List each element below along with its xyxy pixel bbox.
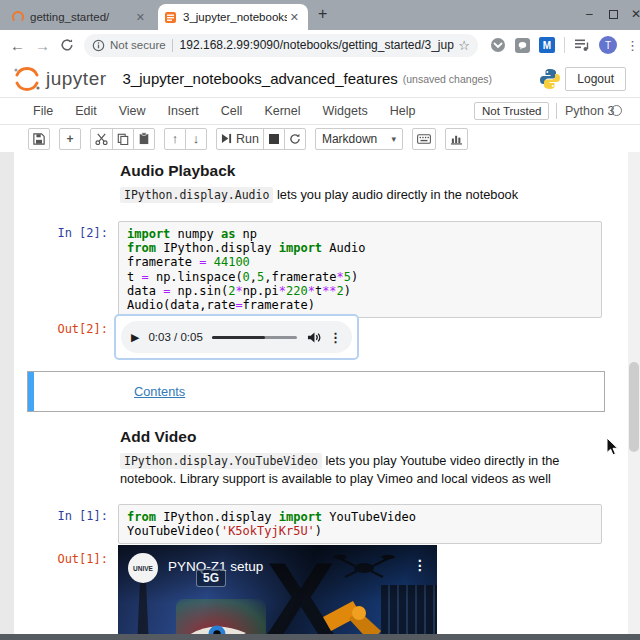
audio-progress-fill — [212, 336, 265, 339]
kernel-name: Python 3 — [565, 104, 614, 118]
security-label: Not secure — [110, 39, 166, 51]
cell-type-value: Markdown — [322, 132, 377, 146]
forward-icon[interactable]: → — [35, 37, 50, 54]
output-prompt: Out[1]: — [14, 552, 108, 566]
menu-cell[interactable]: Cell — [210, 104, 254, 118]
tab-title: getting_started/ — [30, 11, 133, 23]
new-tab-button[interactable]: + — [318, 5, 327, 23]
bookmark-star-icon[interactable]: ☆ — [458, 38, 470, 53]
omnibox[interactable]: Not secure 192.168.2.99:9090/notebooks/g… — [84, 34, 478, 57]
notebook-menubar: File Edit View Insert Cell Kernel Widget… — [0, 98, 640, 125]
thumbnail-top-shade — [118, 545, 437, 603]
browser-address-bar: ← → Not secure 192.168.2.99:9090/noteboo… — [0, 30, 640, 60]
window-minimize-button[interactable]: – — [586, 7, 593, 21]
back-icon[interactable]: ← — [10, 37, 25, 54]
tab-notebook-active[interactable]: 3_jupyter_notebooks_advanced ✕ — [158, 4, 308, 30]
audio-menu-icon[interactable]: ⋮ — [329, 330, 342, 345]
jupyter-spinner-icon — [12, 11, 24, 23]
logout-button[interactable]: Logout — [565, 67, 626, 91]
save-button[interactable] — [28, 128, 50, 150]
output-prompt: Out[2]: — [14, 322, 108, 336]
menu-widgets[interactable]: Widgets — [312, 104, 379, 118]
window-maximize-button[interactable] — [609, 10, 618, 19]
add-video-heading: Add Video — [120, 428, 196, 446]
video-menu-icon[interactable]: ⋮ — [413, 557, 427, 573]
chart-tool-button[interactable] — [445, 128, 468, 150]
move-cell-down-button[interactable]: ↓ — [185, 128, 207, 150]
paste-cells-button[interactable] — [133, 128, 155, 150]
command-palette-button[interactable] — [412, 128, 436, 150]
pocket-icon[interactable] — [490, 37, 506, 53]
copy-icon — [117, 133, 129, 145]
menu-file[interactable]: File — [22, 104, 64, 118]
move-cell-up-button[interactable]: ↑ — [164, 128, 186, 150]
tab-close-icon[interactable]: ✕ — [133, 11, 148, 24]
selected-markdown-cell[interactable]: Contents — [27, 371, 605, 412]
interrupt-kernel-button[interactable] — [263, 128, 285, 150]
5g-badge: 5G — [196, 569, 226, 587]
channel-avatar[interactable]: UNIVE — [128, 553, 158, 583]
down-arrow-icon: ↓ — [193, 131, 200, 146]
tab-close-icon[interactable]: ✕ — [287, 11, 302, 24]
audio-progress-track[interactable] — [212, 336, 297, 339]
url-text[interactable]: 192.168.2.99:9090/notebooks/getting_star… — [180, 38, 455, 52]
chevron-down-icon: ▾ — [391, 134, 396, 144]
restart-kernel-button[interactable] — [284, 128, 306, 150]
youtube-video-embed[interactable]: X UNIVE PYNQ-Z1 setup ⋮ 5G — [118, 545, 437, 634]
audio-description: IPython.display.Audio lets you play audi… — [120, 186, 600, 204]
cell-type-dropdown[interactable]: Markdown ▾ — [315, 128, 403, 150]
browser-menu-icon[interactable]: ⋮ — [626, 38, 639, 53]
inline-code: IPython.display.YouTubeVideo — [120, 453, 322, 469]
m-extension-icon[interactable]: M — [539, 37, 555, 53]
run-label: Run — [236, 132, 259, 146]
cut-cell-button[interactable] — [90, 128, 113, 150]
profile-avatar[interactable]: T — [599, 36, 617, 54]
page-scrollbar[interactable] — [628, 152, 640, 634]
menu-help[interactable]: Help — [379, 104, 427, 118]
selected-cell-indicator — [28, 372, 34, 411]
notebook-title[interactable]: 3_jupyter_notebooks_advanced_features — [123, 70, 398, 87]
tab-getting-started[interactable]: getting_started/ ✕ — [6, 4, 154, 30]
up-arrow-icon: ↑ — [172, 131, 179, 146]
description-text: lets you play audio directly in the note… — [273, 187, 518, 202]
plus-icon: + — [66, 132, 73, 146]
video-code-cell[interactable]: from IPython.display import YouTubeVideo… — [118, 504, 602, 544]
audio-player[interactable]: ▶ 0:03 / 0:05 ⋮ — [121, 321, 352, 353]
kernel-idle-indicator — [611, 105, 622, 116]
window-bottom-edge — [0, 634, 640, 640]
menu-view[interactable]: View — [108, 104, 157, 118]
volume-icon[interactable] — [307, 331, 321, 344]
browser-tab-bar: getting_started/ ✕ 3_jupyter_notebooks_a… — [0, 0, 640, 30]
playlist-icon[interactable] — [574, 38, 590, 52]
menu-insert[interactable]: Insert — [157, 104, 210, 118]
browser-window: getting_started/ ✕ 3_jupyter_notebooks_a… — [0, 0, 640, 640]
jupyter-logo-text[interactable]: jupyter — [46, 68, 107, 90]
divider — [564, 37, 565, 53]
info-icon[interactable] — [92, 39, 105, 52]
play-icon[interactable]: ▶ — [131, 331, 139, 344]
add-cell-button[interactable]: + — [59, 128, 81, 150]
omnibox-divider — [172, 39, 173, 52]
scrollbar-thumb[interactable] — [629, 362, 639, 452]
jupyter-logo-icon — [12, 65, 42, 93]
notebook-save-status: (unsaved changes) — [403, 73, 492, 85]
run-cell-button[interactable]: Run — [216, 128, 264, 150]
window-close-button[interactable]: ✕ — [631, 7, 640, 21]
chat-extension-icon[interactable] — [515, 38, 530, 53]
paste-icon — [138, 132, 150, 145]
copy-cells-button[interactable] — [112, 128, 134, 150]
floppy-icon — [33, 133, 45, 145]
not-trusted-button[interactable]: Not Trusted — [474, 102, 549, 120]
input-prompt: In [1]: — [14, 509, 108, 523]
audio-code-cell[interactable]: import numpy as npfrom IPython.display i… — [118, 221, 602, 318]
divider — [556, 103, 557, 119]
mouse-cursor — [606, 437, 619, 456]
menu-edit[interactable]: Edit — [64, 104, 108, 118]
jupyter-book-icon — [164, 11, 177, 24]
eye-graphic — [176, 599, 266, 634]
contents-link[interactable]: Contents — [134, 384, 185, 399]
reload-icon[interactable] — [60, 38, 74, 52]
stop-icon — [269, 134, 279, 144]
menu-kernel[interactable]: Kernel — [253, 104, 311, 118]
audio-playback-heading: Audio Playback — [120, 162, 235, 180]
